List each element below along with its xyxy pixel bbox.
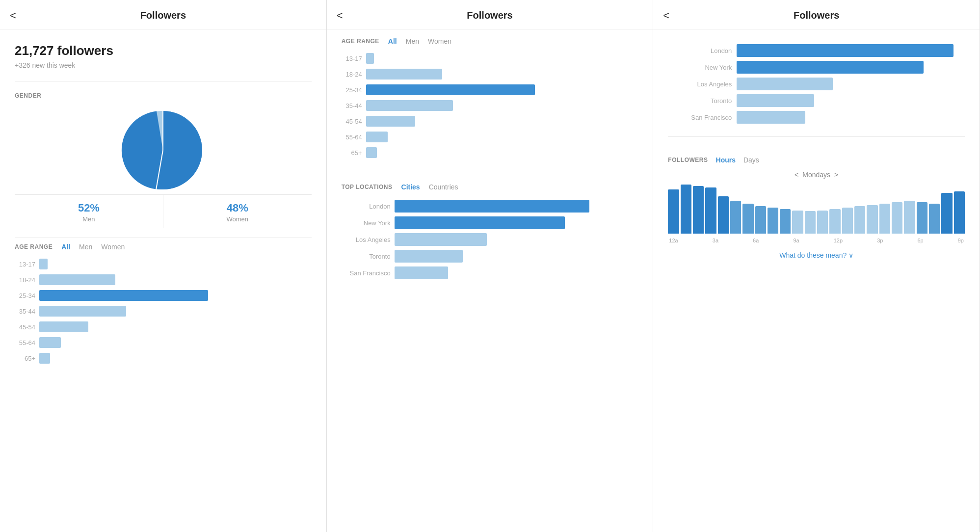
p2-bar-label-65plus: 65+ bbox=[342, 149, 362, 157]
p1-age-section: AGE RANGE All Men Women 13-17 18-24 bbox=[15, 238, 312, 373]
bar-track-13-17 bbox=[39, 259, 312, 269]
p2-bar-row-45-54: 45-54 bbox=[342, 116, 638, 127]
p2-city-track-sanfrancisco bbox=[395, 266, 638, 279]
bar-fill-35-44 bbox=[39, 306, 126, 317]
p2-city-losangeles: Los Angeles bbox=[342, 233, 638, 246]
age-bar-chart-p1: 13-17 18-24 25-34 bbox=[15, 259, 312, 373]
p3-city-label-newyork: New York bbox=[668, 64, 732, 71]
cities-tab[interactable]: Cities bbox=[401, 183, 420, 191]
panel-3-body: London New York Los Angeles bbox=[653, 29, 980, 532]
age-range-label-p1: AGE RANGE bbox=[15, 243, 53, 250]
panel-2: < Followers AGE RANGE All Men Women 13-1… bbox=[327, 0, 654, 532]
p3-bar-fill-losangeles bbox=[737, 78, 832, 90]
hour-label-6a: 6a bbox=[753, 238, 759, 243]
hour-bar-5 bbox=[730, 201, 741, 234]
hour-bar-4 bbox=[718, 196, 729, 234]
hour-bar-13 bbox=[829, 209, 840, 234]
women-label: 48% Women bbox=[163, 195, 312, 228]
hour-bar-6 bbox=[742, 204, 753, 234]
bar-fill-18-24 bbox=[39, 274, 115, 285]
followers-hours-label: FOLLOWERS bbox=[668, 157, 708, 163]
p3-city-london: London bbox=[668, 44, 965, 57]
countries-tab[interactable]: Countries bbox=[429, 183, 458, 191]
hour-bar-15 bbox=[854, 206, 865, 234]
p3-city-bars: London New York Los Angeles bbox=[668, 34, 965, 124]
panel-1: < Followers 21,727 followers +326 new th… bbox=[0, 0, 327, 532]
p2-bar-row-13-17: 13-17 bbox=[342, 53, 638, 64]
what-mean-link[interactable]: What do these mean? ∨ bbox=[668, 243, 965, 269]
days-tab[interactable]: Days bbox=[743, 156, 759, 164]
hour-label-9p: 9p bbox=[958, 238, 964, 243]
hour-label-6p: 6p bbox=[917, 238, 923, 243]
hour-bar-9 bbox=[780, 209, 791, 234]
day-prev-btn[interactable]: < bbox=[795, 171, 798, 179]
hours-labels: 12a 3a 6a 9a 12p 3p 6p 9p bbox=[668, 238, 965, 243]
day-name: Mondays bbox=[802, 171, 830, 179]
men-name: Men bbox=[15, 215, 163, 223]
p3-city-label-losangeles: Los Angeles bbox=[668, 80, 732, 88]
bar-label-65plus: 65+ bbox=[15, 355, 35, 362]
p3-bar-track-london bbox=[737, 44, 965, 57]
bar-fill-65plus bbox=[39, 353, 50, 364]
men-label: 52% Men bbox=[15, 195, 163, 228]
p3-bar-track-losangeles bbox=[737, 78, 965, 90]
age-tab-women-p1[interactable]: Women bbox=[101, 243, 125, 251]
p2-locations-header: TOP LOCATIONS Cities Countries bbox=[342, 183, 638, 191]
p2-bar-label-45-54: 45-54 bbox=[342, 118, 362, 125]
p2-city-fill-toronto bbox=[395, 250, 463, 263]
bar-track-65plus bbox=[39, 353, 312, 364]
p2-age-tab-women[interactable]: Women bbox=[428, 37, 451, 45]
bar-label-55-64: 55-64 bbox=[15, 339, 35, 346]
women-name: Women bbox=[163, 215, 312, 223]
back-button-2[interactable]: < bbox=[337, 9, 343, 22]
p3-city-sanfrancisco: San Francisco bbox=[668, 111, 965, 124]
hours-tab[interactable]: Hours bbox=[716, 156, 736, 164]
bar-label-45-54: 45-54 bbox=[15, 323, 35, 331]
women-percentage: 48% bbox=[163, 202, 312, 214]
p2-bar-label-55-64: 55-64 bbox=[342, 133, 362, 141]
age-tab-men-p1[interactable]: Men bbox=[79, 243, 92, 251]
bar-row-25-34: 25-34 bbox=[15, 290, 312, 301]
p3-bar-track-sanfrancisco bbox=[737, 111, 965, 124]
p2-locations-section: TOP LOCATIONS Cities Countries London Ne… bbox=[342, 173, 638, 289]
p2-city-label-newyork: New York bbox=[342, 219, 391, 227]
gender-label: GENDER bbox=[15, 92, 312, 99]
p2-age-tab-all[interactable]: All bbox=[388, 37, 397, 45]
age-tab-row: AGE RANGE All Men Women bbox=[15, 243, 312, 251]
p2-city-label-toronto: Toronto bbox=[342, 253, 391, 260]
day-next-btn[interactable]: > bbox=[834, 171, 838, 179]
hour-bar-19 bbox=[904, 201, 915, 234]
back-button-3[interactable]: < bbox=[663, 9, 669, 22]
hour-label-9a: 9a bbox=[793, 238, 799, 243]
back-button-1[interactable]: < bbox=[10, 9, 16, 22]
hour-bar-2 bbox=[693, 186, 704, 234]
p3-bar-fill-london bbox=[737, 44, 953, 57]
bar-track-35-44 bbox=[39, 306, 312, 317]
p2-city-label-sanfrancisco: San Francisco bbox=[342, 269, 391, 277]
p2-bar-track-65plus bbox=[366, 147, 638, 158]
top-locations-label: TOP LOCATIONS bbox=[342, 184, 393, 190]
hour-bar-23 bbox=[954, 191, 965, 234]
bar-row-18-24: 18-24 bbox=[15, 274, 312, 285]
hours-bar-chart bbox=[668, 185, 965, 234]
age-tab-all-p1[interactable]: All bbox=[61, 243, 70, 251]
panel-3-header: < Followers bbox=[653, 0, 980, 29]
panel-1-header: < Followers bbox=[0, 0, 326, 29]
p2-bar-row-65plus: 65+ bbox=[342, 147, 638, 158]
p2-bar-track-35-44 bbox=[366, 100, 638, 111]
p3-bar-track-toronto bbox=[737, 94, 965, 107]
p2-bar-row-35-44: 35-44 bbox=[342, 100, 638, 111]
hour-bar-11 bbox=[805, 211, 816, 234]
follower-count-section: 21,727 followers +326 new this week bbox=[15, 29, 312, 81]
p2-city-label-london: London bbox=[342, 203, 391, 210]
bar-row-45-54: 45-54 bbox=[15, 321, 312, 332]
follower-count-new: +326 new this week bbox=[15, 61, 312, 69]
bar-fill-25-34 bbox=[39, 290, 208, 301]
bar-track-45-54 bbox=[39, 321, 312, 332]
age-range-label-p2: AGE RANGE bbox=[342, 38, 379, 45]
p2-age-tab-men[interactable]: Men bbox=[406, 37, 419, 45]
p2-age-bar-chart: 13-17 18-24 25-34 bbox=[342, 53, 638, 168]
p2-bar-label-18-24: 18-24 bbox=[342, 71, 362, 78]
p2-city-toronto: Toronto bbox=[342, 250, 638, 263]
hour-bar-8 bbox=[768, 208, 778, 234]
